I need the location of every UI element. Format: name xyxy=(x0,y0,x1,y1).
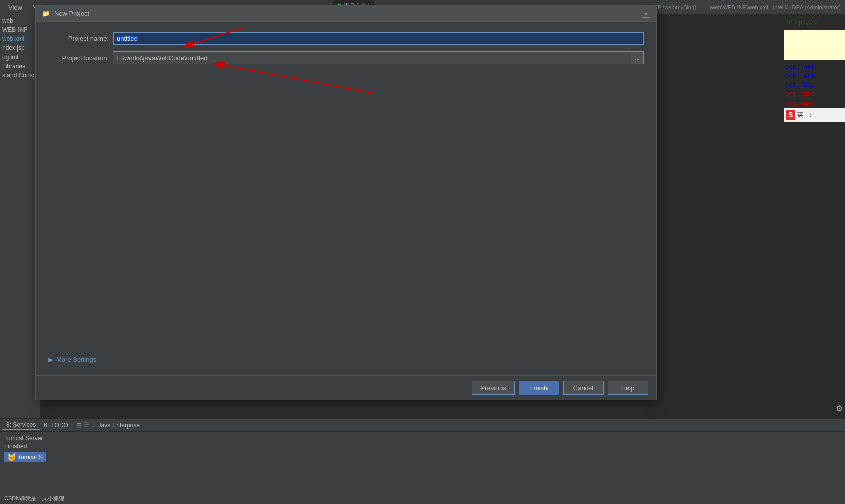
ime-voice: ↓ xyxy=(809,111,812,118)
bottom-toolbar-grid-icon[interactable]: ⊞ xyxy=(76,421,82,429)
bottom-content: Tomcat Server Finished 🐱 Tomcat S xyxy=(0,432,845,465)
project-name-row: Project name: xyxy=(48,32,644,45)
tree-item-web: web xyxy=(0,16,40,25)
status-bar: CSDN@我是一只小狐狸 xyxy=(0,493,845,504)
bottom-toolbar-more-icon[interactable]: ≡ xyxy=(92,421,96,429)
project-location-input[interactable] xyxy=(113,51,631,64)
server-name: Tomcat Server xyxy=(4,435,841,442)
more-settings-label: More Settings xyxy=(56,356,96,363)
ime-lang: 英 xyxy=(797,111,803,119)
dialog-close-button[interactable]: × xyxy=(642,10,650,18)
project-location-row: Project location: ... xyxy=(48,51,644,64)
tomcat-label: Tomcat S xyxy=(18,453,43,461)
tree-item-webxml[interactable]: web.xml xyxy=(0,34,40,43)
gear-icon[interactable]: ⚙ xyxy=(836,404,843,413)
tab-todo[interactable]: 6: TODO xyxy=(40,421,72,430)
tomcat-icon: 🐱 xyxy=(7,453,16,461)
menu-view[interactable]: View xyxy=(4,3,26,12)
help-button[interactable]: Help xyxy=(608,381,648,395)
right-panel: http://x ded: Art ded: Art ded: Dep org.… xyxy=(784,14,845,418)
previous-button[interactable]: Previous xyxy=(472,381,515,395)
ime-dot: · xyxy=(805,111,807,118)
bottom-panel: 8: Services 6: TODO ⊞ ☰ ≡ Java Enterpris… xyxy=(0,418,845,493)
tree-item-libraries[interactable]: Libraries xyxy=(0,62,40,71)
right-panel-highlight xyxy=(784,30,845,60)
finish-button[interactable]: Finish xyxy=(519,381,559,395)
tree-item-console[interactable]: s and Conso xyxy=(0,71,40,80)
new-project-dialog[interactable]: 📁 New Project × Project name: Project lo… xyxy=(35,5,657,400)
bottom-tab-strip: 8: Services 6: TODO ⊞ ☰ ≡ Java Enterpris… xyxy=(0,419,845,432)
right-panel-url: http://x xyxy=(784,14,845,30)
dialog-title-left: 📁 New Project xyxy=(42,10,89,17)
more-settings-toggle[interactable]: ▶ More Settings xyxy=(48,354,96,365)
tree-item-webinf[interactable]: WEB-INF xyxy=(0,25,40,34)
new-project-icon: 📁 xyxy=(42,10,50,17)
right-log-4: org.apac xyxy=(784,89,845,98)
bottom-toolbar-filter-icon[interactable]: ☰ xyxy=(84,421,90,429)
server-status: Finished xyxy=(4,443,841,450)
right-log-5: org.apac xyxy=(784,98,845,108)
right-log-2: ded: Art xyxy=(784,71,845,80)
tomcat-item[interactable]: 🐱 Tomcat S xyxy=(4,452,46,462)
dialog-title-text: New Project xyxy=(54,10,89,17)
dialog-body: Project name: Project location: ... ▶ Mo… xyxy=(36,22,656,375)
dialog-footer: Previous Finish Cancel Help xyxy=(36,375,656,400)
tree-item-indexjsp[interactable]: ndex.jsp xyxy=(0,43,40,53)
file-tree: web WEB-INF web.xml ndex.jsp og.iml Libr… xyxy=(0,14,40,82)
project-location-label: Project location: xyxy=(48,54,109,62)
cancel-button[interactable]: Cancel xyxy=(563,381,604,395)
statusbar-text: CSDN@我是一只小狐狸 xyxy=(4,495,64,502)
more-settings-triangle: ▶ xyxy=(48,356,53,363)
dialog-titlebar: 📁 New Project × xyxy=(36,6,656,22)
browse-button[interactable]: ... xyxy=(631,51,644,64)
tree-item-iml[interactable]: og.iml xyxy=(0,53,40,62)
ime-bar: S 英 · ↓ xyxy=(784,108,845,122)
project-name-input[interactable] xyxy=(113,32,644,45)
right-log-3: ded: Dep xyxy=(784,80,845,89)
ime-icon: S xyxy=(786,110,795,120)
ide-title: myBlog [E:\web\myBlog] — ...\web\WEB-INF… xyxy=(636,4,841,10)
tab-services[interactable]: 8: Services xyxy=(2,420,40,430)
project-name-label: Project name: xyxy=(48,35,109,42)
java-enterprise-label: Java Enterprise xyxy=(98,422,140,429)
right-log-1: ded: Art xyxy=(784,62,845,71)
